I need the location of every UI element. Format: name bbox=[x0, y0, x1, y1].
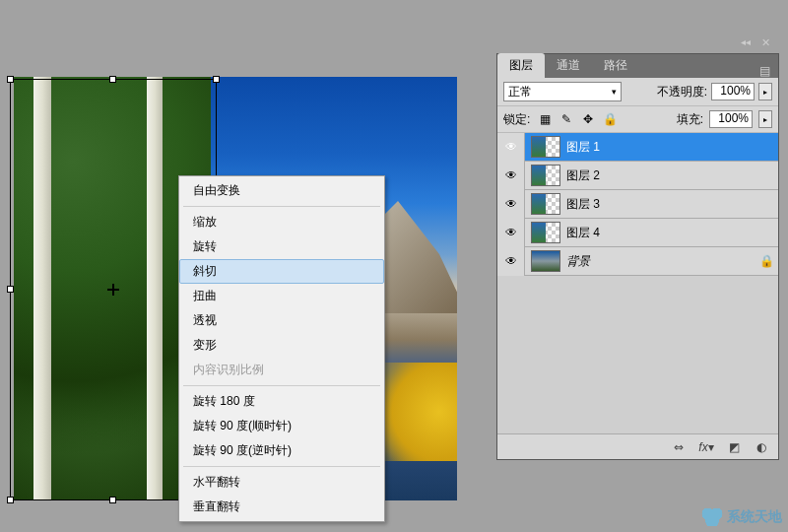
menu-item[interactable]: 变形 bbox=[179, 333, 384, 358]
panel-tab[interactable]: 图层 bbox=[497, 53, 545, 78]
panel-tab-bar: 图层通道路径▤ bbox=[497, 54, 778, 78]
layers-panel: ◂◂ ✕ 图层通道路径▤ 正常 ▾ 不透明度: 100% ▸ 锁定: ▦ ✎ ✥… bbox=[496, 53, 779, 460]
panel-collapse-icon[interactable]: ◂◂ bbox=[741, 36, 751, 47]
birch-trunk bbox=[33, 77, 51, 500]
eye-icon: 👁 bbox=[505, 197, 517, 211]
panel-close-icon[interactable]: ✕ bbox=[761, 36, 770, 49]
layer-mask-icon[interactable]: ◩ bbox=[725, 438, 743, 456]
dropdown-arrow-icon: ▾ bbox=[612, 87, 617, 97]
panel-tab[interactable]: 路径 bbox=[592, 53, 639, 78]
transform-handle-bottom-left[interactable] bbox=[7, 497, 14, 503]
menu-item[interactable]: 缩放 bbox=[179, 210, 384, 234]
fill-flyout-icon[interactable]: ▸ bbox=[758, 110, 772, 128]
menu-item[interactable]: 自由变换 bbox=[179, 178, 384, 203]
lock-icons-group: ▦ ✎ ✥ 🔒 bbox=[536, 110, 619, 128]
layer-name-label[interactable]: 图层 3 bbox=[566, 196, 778, 213]
watermark-text: 系统天地 bbox=[727, 508, 782, 526]
layer-name-label[interactable]: 背景 bbox=[566, 253, 755, 270]
menu-item[interactable]: 透视 bbox=[179, 308, 384, 333]
layer-thumbnail[interactable] bbox=[531, 165, 560, 186]
layer-thumbnail[interactable] bbox=[531, 222, 560, 243]
opacity-input[interactable]: 100% bbox=[711, 83, 755, 100]
lock-position-icon[interactable]: ✥ bbox=[579, 110, 597, 128]
layer-thumbnail[interactable] bbox=[531, 136, 560, 158]
menu-item[interactable]: 旋转 bbox=[179, 234, 384, 259]
layer-row[interactable]: 👁图层 1 bbox=[497, 133, 778, 162]
lock-fill-row: 锁定: ▦ ✎ ✥ 🔒 填充: 100% ▸ bbox=[497, 106, 778, 133]
visibility-toggle[interactable]: 👁 bbox=[497, 247, 525, 276]
menu-item[interactable]: 旋转 90 度(顺时针) bbox=[179, 414, 384, 438]
layer-name-label[interactable]: 图层 2 bbox=[566, 167, 778, 184]
menu-separator bbox=[183, 206, 380, 207]
layer-name-label[interactable]: 图层 4 bbox=[566, 225, 778, 241]
opacity-label: 不透明度: bbox=[657, 84, 707, 100]
eye-icon: 👁 bbox=[505, 168, 517, 182]
adjustment-layer-icon[interactable]: ◐ bbox=[753, 438, 770, 456]
layers-empty-area[interactable] bbox=[497, 276, 778, 433]
panel-tab[interactable]: 通道 bbox=[545, 53, 592, 78]
paw-icon bbox=[701, 508, 723, 526]
eye-icon: 👁 bbox=[505, 226, 517, 239]
menu-item: 内容识别比例 bbox=[179, 358, 384, 382]
birch-trunk-2 bbox=[147, 77, 163, 500]
blend-mode-value: 正常 bbox=[508, 84, 532, 100]
visibility-toggle[interactable]: 👁 bbox=[497, 190, 525, 219]
panel-menu-icon[interactable]: ▤ bbox=[752, 64, 778, 78]
layer-thumbnail[interactable] bbox=[531, 193, 560, 215]
menu-item[interactable]: 水平翻转 bbox=[179, 470, 384, 495]
transform-handle-middle-left[interactable] bbox=[7, 286, 14, 293]
menu-item[interactable]: 旋转 90 度(逆时针) bbox=[179, 438, 384, 463]
link-layers-icon[interactable]: ⇔ bbox=[670, 438, 688, 456]
layer-row[interactable]: 👁背景🔒 bbox=[497, 247, 778, 276]
opacity-flyout-icon[interactable]: ▸ bbox=[758, 83, 772, 100]
fill-label: 填充: bbox=[677, 111, 703, 128]
lock-transparency-icon[interactable]: ▦ bbox=[536, 110, 554, 128]
layers-list: 👁图层 1👁图层 2👁图层 3👁图层 4👁背景🔒 bbox=[497, 133, 778, 276]
layer-name-label[interactable]: 图层 1 bbox=[566, 139, 778, 156]
visibility-toggle[interactable]: 👁 bbox=[497, 133, 525, 162]
menu-item[interactable]: 垂直翻转 bbox=[179, 495, 384, 519]
blend-opacity-row: 正常 ▾ 不透明度: 100% ▸ bbox=[497, 78, 778, 106]
layers-panel-footer: ⇔ fx▾ ◩ ◐ bbox=[497, 433, 778, 459]
lock-all-icon[interactable]: 🔒 bbox=[601, 110, 619, 128]
transform-handle-top-left[interactable] bbox=[7, 76, 14, 83]
blend-mode-select[interactable]: 正常 ▾ bbox=[503, 82, 622, 101]
watermark: 系统天地 bbox=[701, 508, 782, 526]
fx-icon[interactable]: fx▾ bbox=[697, 438, 715, 456]
layer-row[interactable]: 👁图层 4 bbox=[497, 219, 778, 247]
menu-item[interactable]: 扭曲 bbox=[179, 284, 384, 308]
eye-icon: 👁 bbox=[505, 140, 517, 154]
eye-icon: 👁 bbox=[505, 254, 517, 268]
lock-label: 锁定: bbox=[503, 111, 530, 128]
menu-item[interactable]: 旋转 180 度 bbox=[179, 389, 384, 414]
layer-row[interactable]: 👁图层 3 bbox=[497, 190, 778, 219]
lock-indicator-icon: 🔒 bbox=[755, 254, 778, 268]
menu-separator bbox=[183, 466, 380, 467]
visibility-toggle[interactable]: 👁 bbox=[497, 219, 525, 247]
visibility-toggle[interactable]: 👁 bbox=[497, 162, 525, 190]
transform-context-menu: 自由变换缩放旋转斜切扭曲透视变形内容识别比例旋转 180 度旋转 90 度(顺时… bbox=[178, 175, 385, 522]
fill-input[interactable]: 100% bbox=[709, 110, 753, 128]
layer-row[interactable]: 👁图层 2 bbox=[497, 162, 778, 190]
menu-item[interactable]: 斜切 bbox=[179, 259, 384, 284]
layer-thumbnail[interactable] bbox=[531, 250, 560, 272]
menu-separator bbox=[183, 385, 380, 386]
lock-pixels-icon[interactable]: ✎ bbox=[558, 110, 575, 128]
